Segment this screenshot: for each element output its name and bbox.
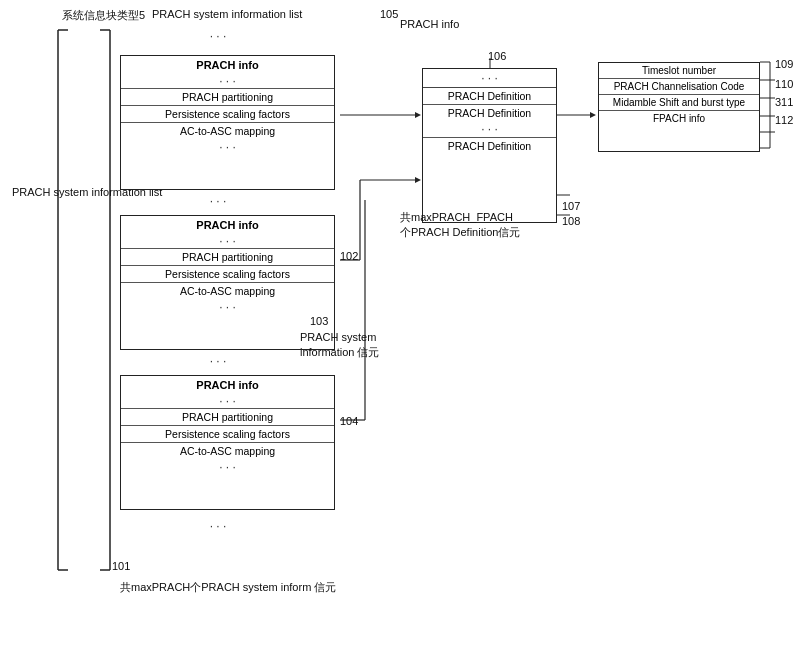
ref-104: 104 (340, 415, 358, 427)
prach-info-mid-item1: PRACH partitioning (121, 248, 334, 265)
prach-info-top-item3: AC-to-ASC mapping (121, 122, 334, 139)
svg-marker-10 (590, 112, 596, 118)
right-box-item4: FPACH info (599, 110, 759, 126)
dots-mid-left: · · · (118, 195, 318, 207)
prach-system-info-list-label: PRACH system information list (12, 185, 62, 200)
prach-info-dots2-top: · · · (121, 139, 334, 155)
prach-def-dots-mid: · · · (423, 121, 556, 137)
prach-info-top-item1: PRACH partitioning (121, 88, 334, 105)
prach-info-bot-item2: Persistence scaling factors (121, 425, 334, 442)
svg-marker-5 (415, 177, 421, 183)
prach-def-note-text1: 共maxPRACH_FPACH (400, 211, 513, 223)
dots-mid-left2: · · · (118, 355, 318, 367)
ref-105: 105 (380, 8, 398, 20)
prach-info-box-top: PRACH info · · · PRACH partitioning Pers… (120, 55, 335, 190)
svg-marker-1 (415, 112, 421, 118)
prach-info-title-top: PRACH info (121, 56, 334, 74)
prach-info-mid-item3: AC-to-ASC mapping (121, 282, 334, 299)
right-box-item2: PRACH Channelisation Code (599, 78, 759, 94)
ref-110: 110 (775, 78, 793, 90)
prach-def-dots-top: · · · (423, 69, 556, 87)
prach-info-bot-item3: AC-to-ASC mapping (121, 442, 334, 459)
ref-106: 106 (488, 50, 506, 62)
ref-107: 107 (562, 200, 580, 212)
sys-info-block-label: 系统信息块类型5 (62, 8, 145, 23)
prach-sys-info-note: PRACH system information 信元 (300, 330, 379, 361)
dots-top-left: · · · (118, 30, 318, 42)
prach-info-box-bot: PRACH info · · · PRACH partitioning Pers… (120, 375, 335, 510)
bottom-note: 共maxPRACH个PRACH system inform 信元 (120, 580, 336, 595)
ref-102: 102 (340, 250, 358, 262)
ref-103: 103 (310, 315, 328, 327)
right-box-item1: Timeslot number (599, 63, 759, 78)
prach-info-dots2-mid: · · · (121, 299, 334, 315)
ref-108: 108 (562, 215, 580, 227)
prach-sys-info-note-text: PRACH system (300, 331, 376, 343)
prach-def-box: · · · PRACH Definition PRACH Definition … (422, 68, 557, 223)
prach-def-item2: PRACH Definition (423, 104, 556, 121)
prach-def-note-text2: 个PRACH Definition信元 (400, 226, 520, 238)
prach-info-title-bot: PRACH info (121, 376, 334, 394)
prach-def-item1: PRACH Definition (423, 87, 556, 104)
prach-info-title-mid: PRACH info (121, 216, 334, 234)
prach-info-dots2-bot: · · · (121, 459, 334, 475)
prach-sys-info-note-text2: information 信元 (300, 346, 379, 358)
ref-109: 109 (775, 58, 793, 70)
ref-105-label: PRACH info (400, 18, 459, 30)
right-box: Timeslot number PRACH Channelisation Cod… (598, 62, 760, 152)
prach-info-dots-mid: · · · (121, 234, 334, 248)
prach-def-item3: PRACH Definition (423, 137, 556, 154)
ref-112: 112 (775, 114, 793, 126)
ref-101: 101 (112, 560, 130, 572)
dots-bot-left: · · · (118, 520, 318, 532)
prach-def-note: 共maxPRACH_FPACH 个PRACH Definition信元 (400, 210, 520, 241)
right-box-item3: Midamble Shift and burst type (599, 94, 759, 110)
prach-info-dots-bot: · · · (121, 394, 334, 408)
prach-info-dots-top: · · · (121, 74, 334, 88)
prach-sys-info-list-top-label: PRACH system information list (152, 8, 302, 20)
ref-311: 311 (775, 96, 793, 108)
prach-info-top-item2: Persistence scaling factors (121, 105, 334, 122)
prach-info-bot-item1: PRACH partitioning (121, 408, 334, 425)
prach-info-mid-item2: Persistence scaling factors (121, 265, 334, 282)
